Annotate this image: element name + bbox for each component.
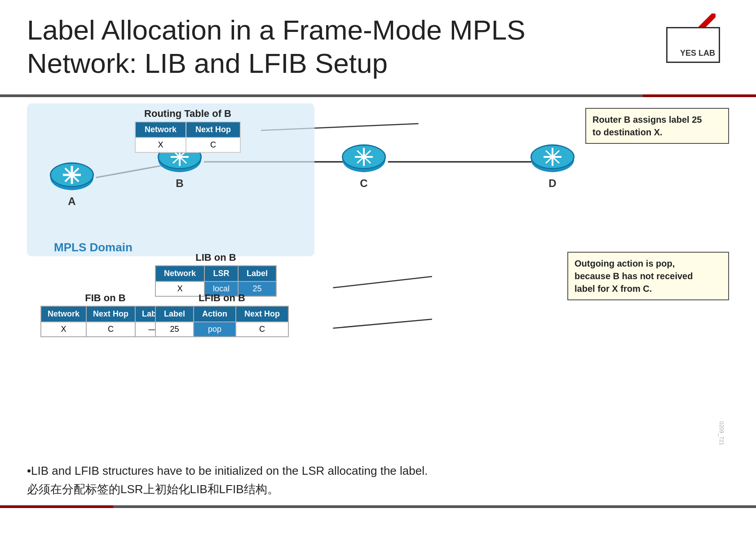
table-row: X C [135, 138, 240, 152]
router-c: C [341, 144, 386, 190]
router-d: D [530, 144, 575, 190]
info-box-2-text: Outgoing action is pop,because B has not… [575, 259, 693, 294]
info-box-outgoing-action: Outgoing action is pop,because B has not… [567, 252, 729, 300]
title-area: Label Allocation in a Frame-Mode MPLS Ne… [27, 13, 729, 80]
router-c-icon [341, 144, 386, 175]
fib-x: X [41, 322, 86, 337]
yes-lab-text: YES LAB [680, 49, 715, 58]
svg-line-5 [333, 319, 432, 328]
fib-nexthop-header: Next Hop [86, 306, 135, 322]
info-box-1-text: Router B assigns label 25to destination … [592, 115, 702, 137]
rt-network-x: X [135, 138, 186, 152]
lfib-pop: pop [194, 322, 236, 337]
router-a-icon [49, 162, 94, 193]
fib-b-title: FIB on B [40, 292, 170, 304]
routing-table-b-table: Network Next Hop X C [135, 121, 241, 153]
lfib-c: C [236, 322, 288, 337]
fib-on-b: FIB on B Network Next Hop Label X C — [40, 292, 170, 337]
lfib-nexthop-header: Next Hop [236, 306, 288, 322]
bottom-text-line1: •LIB and LFIB structures have to be init… [27, 462, 428, 481]
lfib-on-b: LFIB on B Label Action Next Hop 25 pop C [155, 292, 289, 337]
router-a: A [49, 162, 94, 208]
lfib-b-title: LFIB on B [155, 292, 289, 304]
lfib-25: 25 [155, 322, 194, 337]
mpls-domain-label: MPLS Domain [54, 241, 133, 254]
router-b-label: B [176, 177, 183, 190]
lib-b-title: LIB on B [155, 252, 277, 263]
router-c-label: C [360, 177, 367, 190]
fib-c: C [86, 322, 135, 337]
info-box-router-b-label: Router B assigns label 25to destination … [585, 108, 729, 144]
yes-lab-box: YES LAB [666, 27, 720, 63]
fib-b-table: Network Next Hop Label X C — [40, 306, 170, 337]
lib-lsr-header: LSR [204, 266, 238, 281]
diagram: MPLS Domain A [27, 99, 729, 360]
router-d-icon [530, 144, 575, 175]
lib-on-b: LIB on B Network LSR Label X local 25 [155, 252, 277, 297]
svg-line-4 [333, 276, 432, 288]
rt-nexthop-header: Next Hop [186, 122, 240, 138]
rt-nexthop-c: C [186, 138, 240, 152]
bottom-text: •LIB and LFIB structures have to be init… [27, 462, 428, 499]
bottom-text-line2: 必须在分配标签的LSR上初始化LIB和LFIB结构。 [27, 480, 428, 499]
title-line2: Network: LIB and LFIB Setup [27, 48, 388, 79]
watermark: 0209_721 [718, 421, 725, 445]
lib-network-header: Network [155, 266, 204, 281]
title-line1: Label Allocation in a Frame-Mode MPLS [27, 14, 526, 45]
table-row: X C — [41, 322, 170, 337]
lfib-b-table: Label Action Next Hop 25 pop C [155, 306, 289, 337]
routing-table-b-title: Routing Table of B [135, 108, 241, 120]
rt-network-header: Network [135, 122, 186, 138]
yes-lab-logo: YES LAB [648, 13, 720, 63]
router-a-label: A [68, 195, 75, 208]
router-d-label: D [548, 177, 556, 190]
table-row: 25 pop C [155, 322, 288, 337]
lib-label-header: Label [238, 266, 276, 281]
routing-table-b: Routing Table of B Network Next Hop X C [135, 108, 241, 153]
fib-network-header: Network [41, 306, 86, 322]
page-title: Label Allocation in a Frame-Mode MPLS Ne… [27, 13, 729, 80]
lfib-label-header: Label [155, 306, 194, 322]
top-divider [0, 94, 756, 97]
lfib-action-header: Action [194, 306, 236, 322]
bottom-divider [0, 505, 756, 508]
